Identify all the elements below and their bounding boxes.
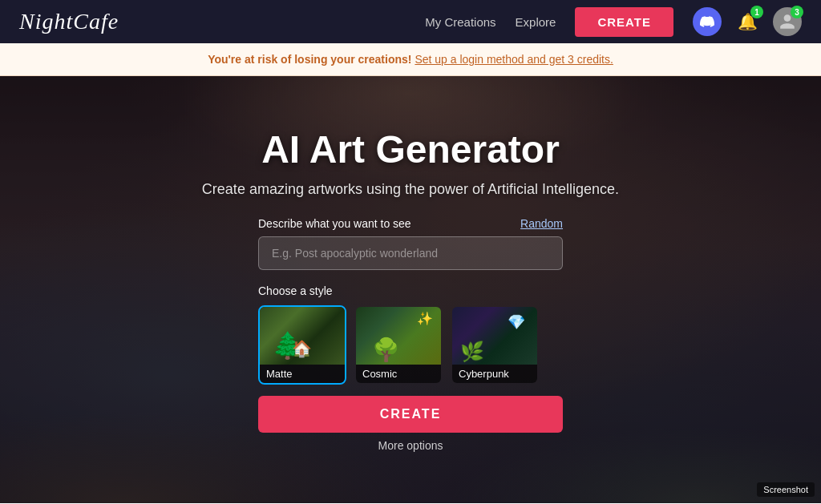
prompt-section: Describe what you want to see Random	[258, 217, 563, 270]
prompt-input[interactable]	[258, 236, 563, 270]
style-matte-image	[260, 307, 345, 365]
alert-link[interactable]: Set up a login method and get 3 credits.	[415, 53, 613, 66]
style-cosmic-image	[356, 307, 441, 365]
style-label: Choose a style	[258, 284, 563, 297]
hero-content: AI Art Generator Create amazing artworks…	[0, 127, 821, 452]
style-grid: Matte Cosmic Cyberpunk	[258, 305, 563, 385]
nav-explore[interactable]: Explore	[516, 15, 556, 29]
style-card-matte[interactable]: Matte	[258, 305, 346, 385]
hero-title: AI Art Generator	[261, 127, 560, 171]
logo[interactable]: NightCafe	[19, 9, 119, 34]
screenshot-badge: Screenshot	[757, 482, 815, 497]
hero-section: AI Art Generator Create amazing artworks…	[0, 76, 821, 503]
more-options-link[interactable]: More options	[378, 439, 443, 452]
user-avatar[interactable]: 3	[773, 7, 802, 36]
hero-subtitle: Create amazing artworks using the power …	[202, 181, 619, 198]
style-card-cosmic[interactable]: Cosmic	[354, 305, 443, 385]
notifications-bell[interactable]: 🔔 1	[733, 7, 762, 36]
random-link[interactable]: Random	[520, 217, 563, 230]
main-create-button[interactable]: CREATE	[258, 396, 563, 433]
nav-icons: 🔔 1 3	[693, 7, 802, 36]
style-cosmic-label: Cosmic	[356, 365, 441, 383]
navbar: NightCafe My Creations Explore CREATE 🔔 …	[0, 0, 821, 43]
style-matte-label: Matte	[260, 365, 345, 383]
style-section: Choose a style Matte Cosmic Cyberpunk	[258, 284, 563, 385]
nav-create-button[interactable]: CREATE	[575, 7, 673, 37]
alert-message: You're at risk of losing your creations!	[208, 53, 411, 66]
style-card-cyberpunk[interactable]: Cyberpunk	[451, 305, 539, 385]
credits-badge: 3	[791, 6, 803, 18]
nav-right: My Creations Explore CREATE 🔔 1 3	[425, 7, 802, 37]
alert-banner: You're at risk of losing your creations!…	[0, 43, 821, 76]
style-cyberpunk-label: Cyberpunk	[452, 365, 537, 383]
prompt-label: Describe what you want to see	[258, 217, 411, 230]
nav-my-creations[interactable]: My Creations	[425, 15, 495, 29]
notifications-badge: 1	[750, 6, 763, 18]
style-cyberpunk-image	[452, 307, 537, 365]
input-label-row: Describe what you want to see Random	[258, 217, 563, 230]
discord-icon[interactable]	[693, 7, 722, 36]
